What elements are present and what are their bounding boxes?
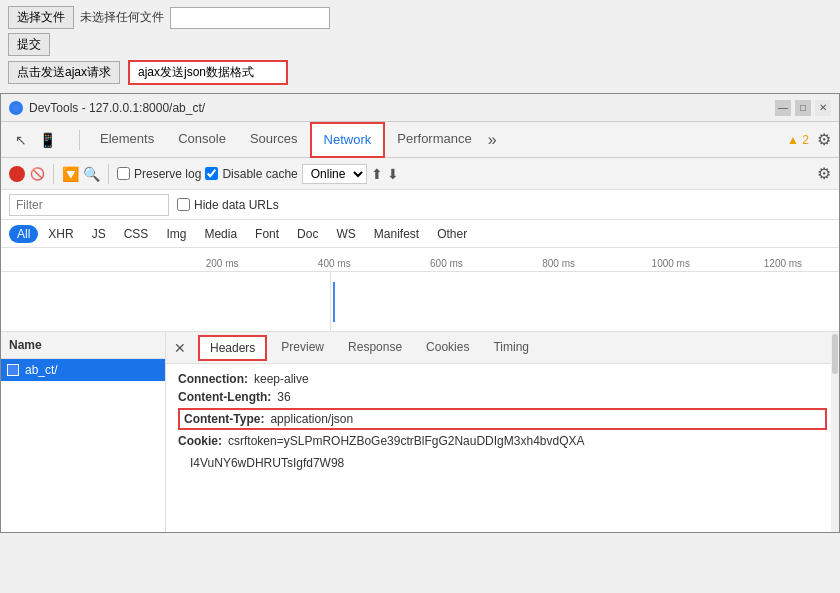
tab-sources[interactable]: Sources <box>238 122 310 158</box>
type-ws[interactable]: WS <box>328 225 363 243</box>
tab-sep-1 <box>79 130 80 150</box>
tab-icon-group: ↖ 📱 <box>9 128 59 152</box>
ajax-send-button[interactable]: 点击发送ajax请求 <box>8 61 120 84</box>
titlebar-controls: — □ ✕ <box>775 100 831 116</box>
type-js[interactable]: JS <box>84 225 114 243</box>
toolbar-sep-1 <box>53 164 54 184</box>
details-tab-cookies[interactable]: Cookies <box>416 336 479 360</box>
ruler-mark-200: 200 ms <box>166 258 278 271</box>
type-img[interactable]: Img <box>158 225 194 243</box>
header-type-value: application/json <box>270 412 353 426</box>
choose-file-button[interactable]: 选择文件 <box>8 6 74 29</box>
download-icon[interactable]: ⬇ <box>387 166 399 182</box>
browser-top-area: 选择文件 未选择任何文件 提交 点击发送ajax请求 ajax发送json数据格… <box>0 0 840 93</box>
details-tab-headers[interactable]: Headers <box>198 335 267 361</box>
devtools-icon <box>9 101 23 115</box>
tab-right: ▲ 2 ⚙ <box>787 130 831 149</box>
record-button[interactable] <box>9 166 25 182</box>
stop-icon[interactable]: 🚫 <box>29 166 45 182</box>
timeline-marker <box>333 282 335 322</box>
maximize-button[interactable]: □ <box>795 100 811 116</box>
type-other[interactable]: Other <box>429 225 475 243</box>
details-tab-timing[interactable]: Timing <box>483 336 539 360</box>
details-panel: ✕ Headers Preview Response Cookies Timin… <box>166 332 839 532</box>
cursor-icon[interactable]: ↖ <box>9 128 33 152</box>
tab-elements[interactable]: Elements <box>88 122 166 158</box>
tab-more[interactable]: » <box>488 131 497 149</box>
hide-data-urls-input[interactable] <box>177 198 190 211</box>
filter-input[interactable] <box>9 194 169 216</box>
hide-data-urls[interactable]: Hide data URLs <box>177 198 279 212</box>
ajax-text-display: ajax发送json数据格式 <box>128 60 288 85</box>
tab-performance[interactable]: Performance <box>385 122 483 158</box>
timeline-ruler: 200 ms 400 ms 600 ms 800 ms 1000 ms 1200… <box>1 248 839 272</box>
header-connection-name: Connection: <box>178 372 248 386</box>
tab-network[interactable]: Network <box>310 122 386 158</box>
preserve-log-label: Preserve log <box>134 167 201 181</box>
header-row-content-length: Content-Length: 36 <box>178 390 827 404</box>
preserve-log-input[interactable] <box>117 167 130 180</box>
ruler-mark-1000: 1000 ms <box>615 258 727 271</box>
header-type-name: Content-Type: <box>184 412 264 426</box>
ruler-mark-400: 400 ms <box>278 258 390 271</box>
timeline-area <box>1 272 839 332</box>
name-header: Name <box>1 332 165 359</box>
type-xhr[interactable]: XHR <box>40 225 81 243</box>
network-toolbar: 🚫 🔽 🔍 Preserve log Disable cache Online … <box>1 158 839 190</box>
submit-button[interactable]: 提交 <box>8 33 50 56</box>
disable-cache-input[interactable] <box>205 167 218 180</box>
details-tabs: ✕ Headers Preview Response Cookies Timin… <box>166 332 839 364</box>
main-area: Name ab_ct/ ✕ Headers Preview Response C… <box>1 332 839 532</box>
details-content: Connection: keep-alive Content-Length: 3… <box>166 364 839 532</box>
type-media[interactable]: Media <box>196 225 245 243</box>
file-input-box[interactable] <box>170 7 330 29</box>
header-row-cookie: Cookie: csrftoken=ySLPmROHZBoGe39ctrBlFg… <box>178 434 827 448</box>
devtools-titlebar: DevTools - 127.0.0.1:8000/ab_ct/ — □ ✕ <box>1 94 839 122</box>
timeline-left-panel <box>166 272 331 331</box>
type-all[interactable]: All <box>9 225 38 243</box>
type-bar: All XHR JS CSS Img Media Font Doc WS Man… <box>1 220 839 248</box>
filter-icon[interactable]: 🔽 <box>62 166 79 182</box>
disable-cache-checkbox[interactable]: Disable cache <box>205 167 297 181</box>
upload-icon[interactable]: ⬆ <box>371 166 383 182</box>
tab-console[interactable]: Console <box>166 122 238 158</box>
truncated-row: I4VuNY6wDHRUTsIgfd7W98 <box>178 452 827 474</box>
type-font[interactable]: Font <box>247 225 287 243</box>
search-icon[interactable]: 🔍 <box>83 166 100 182</box>
name-row-text: ab_ct/ <box>25 363 58 377</box>
no-file-label: 未选择任何文件 <box>80 9 164 26</box>
devtools-settings-icon[interactable]: ⚙ <box>817 130 831 149</box>
ruler-mark-800: 800 ms <box>503 258 615 271</box>
filter-bar: Hide data URLs <box>1 190 839 220</box>
ruler-mark-600: 600 ms <box>390 258 502 271</box>
toolbar-gear-icon[interactable]: ⚙ <box>817 164 831 183</box>
type-manifest[interactable]: Manifest <box>366 225 427 243</box>
devtools-tabs: ↖ 📱 Elements Console Sources Network Per… <box>1 122 839 158</box>
devtools-window: DevTools - 127.0.0.1:8000/ab_ct/ — □ ✕ ↖… <box>0 93 840 533</box>
ruler-mark-1200: 1200 ms <box>727 258 839 271</box>
device-icon[interactable]: 📱 <box>35 128 59 152</box>
header-row-connection: Connection: keep-alive <box>178 372 827 386</box>
name-row[interactable]: ab_ct/ <box>1 359 165 381</box>
minimize-button[interactable]: — <box>775 100 791 116</box>
header-connection-value: keep-alive <box>254 372 309 386</box>
timeline-bar-container <box>331 272 839 331</box>
header-cookie-value: csrftoken=ySLPmROHZBoGe39ctrBlFgG2NauDDI… <box>228 434 584 448</box>
hide-data-urls-label: Hide data URLs <box>194 198 279 212</box>
details-close-icon[interactable]: ✕ <box>174 340 186 356</box>
details-tab-response[interactable]: Response <box>338 336 412 360</box>
scrollbar-right[interactable] <box>831 332 839 532</box>
header-cookie-name: Cookie: <box>178 434 222 448</box>
warning-badge: ▲ 2 <box>787 133 809 147</box>
details-tab-preview[interactable]: Preview <box>271 336 334 360</box>
throttle-select[interactable]: Online <box>302 164 367 184</box>
close-button[interactable]: ✕ <box>815 100 831 116</box>
name-panel: Name ab_ct/ <box>1 332 166 532</box>
type-css[interactable]: CSS <box>116 225 157 243</box>
disable-cache-label: Disable cache <box>222 167 297 181</box>
devtools-title: DevTools - 127.0.0.1:8000/ab_ct/ <box>29 101 769 115</box>
file-icon <box>7 364 19 376</box>
preserve-log-checkbox[interactable]: Preserve log <box>117 167 201 181</box>
type-doc[interactable]: Doc <box>289 225 326 243</box>
file-input-row: 选择文件 未选择任何文件 提交 点击发送ajax请求 ajax发送json数据格… <box>0 0 840 93</box>
